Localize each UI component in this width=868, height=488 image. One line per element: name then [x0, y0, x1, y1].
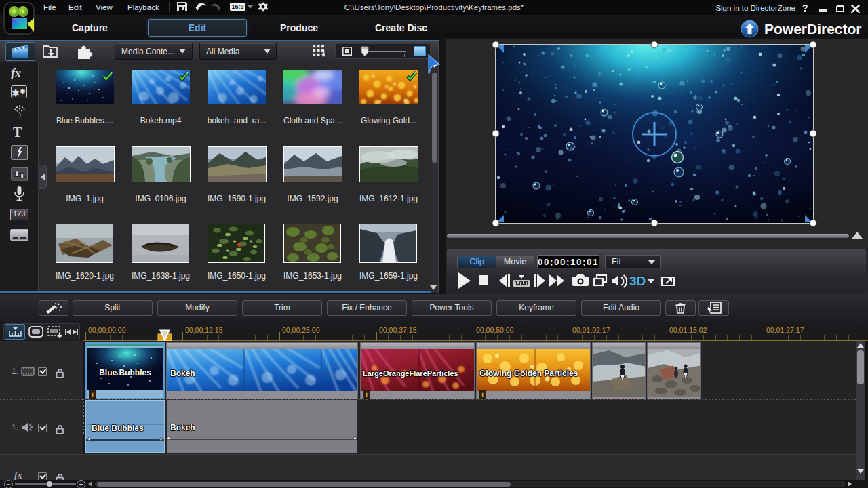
svg-text:3D: 3D: [629, 274, 646, 288]
svg-text:fx: fx: [11, 67, 21, 79]
